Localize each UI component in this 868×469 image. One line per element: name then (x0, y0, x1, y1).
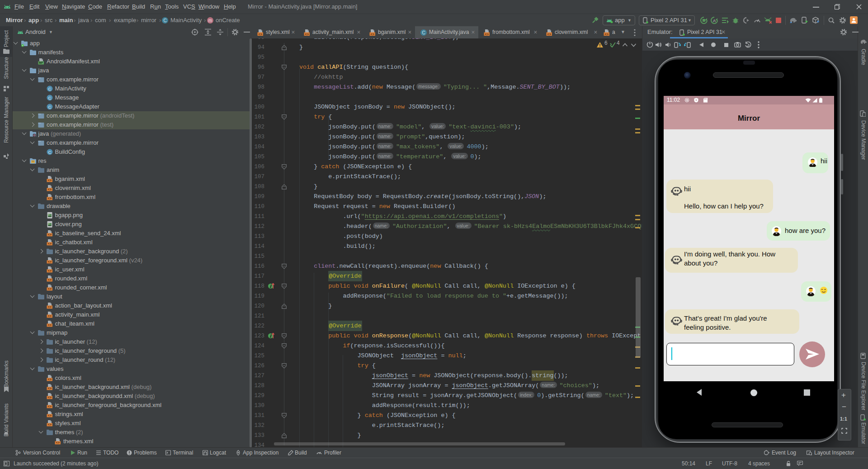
svg-text:<>: <> (547, 33, 552, 36)
svg-text:<>: <> (485, 33, 489, 36)
svg-text:<>: <> (47, 233, 51, 237)
svg-text:<>: <> (47, 323, 51, 327)
svg-text:C: C (48, 95, 51, 100)
svg-text:<>: <> (56, 441, 59, 445)
svg-text:MF: MF (39, 61, 43, 64)
svg-text:<>: <> (47, 242, 51, 246)
svg-text:<>: <> (305, 33, 309, 36)
svg-text:<>: <> (604, 33, 609, 36)
svg-text:C: C (48, 86, 51, 91)
svg-text:C: C (48, 149, 51, 154)
svg-text:C: C (48, 104, 51, 109)
svg-text:<>: <> (47, 314, 51, 318)
svg-text:<>: <> (47, 260, 51, 264)
svg-text:<>: <> (47, 423, 51, 426)
svg-text:<>: <> (47, 278, 51, 282)
svg-text:C: C (163, 18, 166, 23)
svg-text:<>: <> (47, 387, 51, 390)
svg-text:<>: <> (47, 197, 51, 200)
svg-text:<>: <> (47, 305, 51, 309)
svg-text:<>: <> (370, 33, 375, 36)
svg-text:<>: <> (47, 188, 51, 191)
svg-text:<>: <> (47, 179, 51, 182)
svg-text:A: A (713, 19, 716, 23)
svg-text:<>: <> (47, 414, 51, 417)
svg-text:<>: <> (47, 378, 51, 381)
svg-text:<>: <> (47, 269, 51, 273)
svg-text:<>: <> (47, 396, 51, 399)
svg-text:<>: <> (47, 405, 51, 408)
svg-text:C: C (422, 30, 425, 35)
svg-text:<>: <> (47, 287, 51, 291)
svg-text:<>: <> (258, 33, 263, 36)
svg-text:m: m (208, 18, 212, 23)
